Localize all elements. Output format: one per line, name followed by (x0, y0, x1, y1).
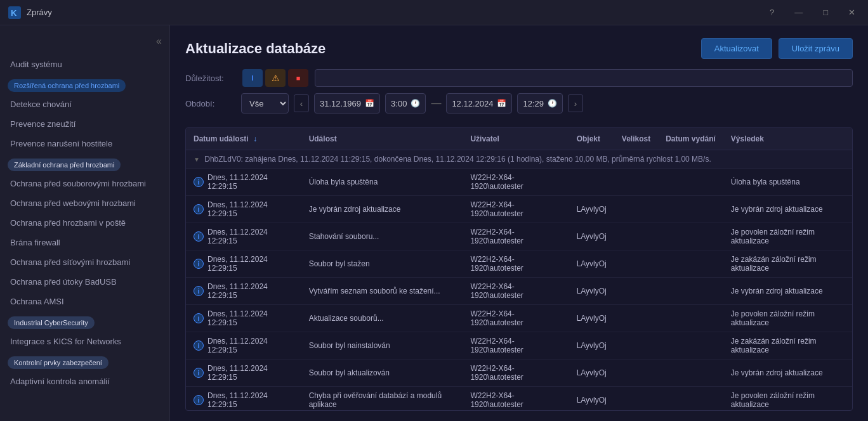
cell-result: Je vybrán zdroj aktualizace (723, 196, 852, 223)
cell-result: Úloha byla spuštěna (723, 169, 852, 196)
cell-object: LAyvlyOj (569, 196, 614, 223)
period-select[interactable]: Vše Dnes Týden Měsíc (241, 93, 289, 113)
cell-event: Vytvářím seznam souborů ke stažení... (301, 278, 463, 305)
end-date-value: 12.12.2024 (452, 99, 493, 108)
update-button[interactable]: Aktualizovat (701, 38, 772, 59)
cell-event: Soubor byl aktualizován (301, 359, 463, 387)
table-row[interactable]: i Dnes, 11.12.2024 12:29:15 Soubor byl n… (186, 332, 852, 359)
sidebar-item-prevence-hostitele[interactable]: Prevence narušení hostitele (0, 134, 169, 153)
group-row[interactable]: ▼ DhbZLdV0: zahájena Dnes, 11.12.2024 11… (186, 150, 852, 169)
sort-icon: ↓ (253, 134, 257, 143)
table-row[interactable]: i Dnes, 11.12.2024 12:29:15 Aktualizace … (186, 305, 852, 332)
table-row[interactable]: i Dnes, 11.12.2024 12:29:15 Soubor byl s… (186, 250, 852, 278)
cell-object: LAyvlyOj (569, 278, 614, 305)
error-importance-button[interactable]: ■ (288, 69, 308, 87)
cell-user: W22H2-X64-1920\autotester (463, 278, 569, 305)
cell-size (614, 278, 658, 305)
cell-result: Je zakázán záložní režim aktualizace (723, 332, 852, 359)
table-row[interactable]: i Dnes, 11.12.2024 12:29:15 Chyba při ov… (186, 387, 852, 411)
sidebar-item-integrace-kics[interactable]: Integrace s KICS for Networks (0, 332, 169, 351)
period-separator: — (431, 98, 441, 109)
period-end-date[interactable]: 12.12.2024 📅 (446, 93, 512, 113)
sidebar-item-audit[interactable]: Audit systému (0, 55, 169, 74)
sidebar-badge-kontrolni[interactable]: Kontrolní prvky zabezpečení (8, 356, 109, 369)
col-size: Velikost (614, 128, 658, 150)
start-time-value: 3:00 (391, 99, 407, 108)
calendar-icon: 📅 (365, 99, 374, 108)
cell-size (614, 332, 658, 359)
cell-result: Je povolen záložní režim aktualizace (723, 387, 852, 411)
cell-event: Stahování souboru... (301, 223, 463, 250)
sidebar-badge-ics[interactable]: Industrial CyberSecurity (8, 316, 95, 329)
col-user: Uživatel (463, 128, 569, 150)
cell-result: Je vybrán zdroj aktualizace (723, 278, 852, 305)
table-row[interactable]: i Dnes, 11.12.2024 12:29:15 Úloha byla s… (186, 169, 852, 196)
header-buttons: Aktualizovat Uložit zprávu (701, 38, 853, 59)
period-next-button[interactable]: › (568, 94, 583, 112)
importance-filter-row: Důležitost: i ⚠ ■ (185, 69, 853, 87)
cell-release-date (658, 223, 723, 250)
clock-icon: 🕐 (411, 99, 420, 108)
row-info-icon: i (194, 177, 204, 187)
cell-date: i Dnes, 11.12.2024 12:29:15 (186, 359, 301, 387)
sidebar-item-ochrana-amsi[interactable]: Ochrana AMSI (0, 292, 169, 311)
period-end-time[interactable]: 12:29 🕐 (517, 93, 563, 113)
table-row[interactable]: i Dnes, 11.12.2024 12:29:15 Je vybrán zd… (186, 196, 852, 223)
cell-size (614, 169, 658, 196)
period-start-time[interactable]: 3:00 🕐 (385, 93, 426, 113)
importance-label: Důležitost: (185, 74, 236, 83)
cell-date: i Dnes, 11.12.2024 12:29:15 (186, 332, 301, 359)
cell-size (614, 305, 658, 332)
sidebar-item-detekce[interactable]: Detekce chování (0, 94, 169, 114)
sidebar-item-ochrana-soubory[interactable]: Ochrana před souborovými hrozbami (0, 174, 169, 193)
table-row[interactable]: i Dnes, 11.12.2024 12:29:15 Vytvářím sez… (186, 278, 852, 305)
events-table-container[interactable]: Datum události ↓ Událost Uživatel Objekt (185, 127, 853, 411)
cell-release-date (658, 278, 723, 305)
help-button[interactable]: ? (765, 5, 779, 20)
cell-user: W22H2-X64-1920\autotester (463, 250, 569, 278)
sidebar-badge-zakladni[interactable]: Základní ochrana před hrozbami (8, 159, 121, 171)
maximize-button[interactable]: □ (818, 5, 833, 20)
save-report-button[interactable]: Uložit zprávu (779, 38, 853, 59)
cell-object: LAyvlyOj (569, 223, 614, 250)
cell-event: Aktualizace souborů... (301, 305, 463, 332)
period-start-date[interactable]: 31.12.1969 📅 (314, 93, 380, 113)
col-release-date: Datum vydání (658, 128, 723, 150)
sidebar-item-ochrana-site[interactable]: Ochrana před síťovými hrozbami (0, 252, 169, 272)
period-filter-row: Období: Vše Dnes Týden Měsíc ‹ 31.12.196… (185, 93, 853, 113)
cell-date: i Dnes, 11.12.2024 12:29:15 (186, 387, 301, 411)
sidebar-collapse-button[interactable]: « (154, 33, 164, 49)
sidebar-item-adaptivni[interactable]: Adaptivní kontrola anomálií (0, 372, 169, 391)
cell-size (614, 359, 658, 387)
clock-icon-2: 🕐 (548, 99, 557, 108)
period-prev-button[interactable]: ‹ (294, 94, 309, 112)
cell-result: Je povolen záložní režim aktualizace (723, 305, 852, 332)
sidebar-header: « (0, 30, 169, 55)
sidebar-item-firewall[interactable]: Brána firewall (0, 233, 169, 252)
cell-release-date (658, 169, 723, 196)
sidebar-item-prevence-zneuziti[interactable]: Prevence zneužití (0, 114, 169, 134)
col-result: Výsledek (723, 128, 852, 150)
search-input[interactable] (315, 69, 853, 87)
cell-event: Chyba při ověřování databází a modulů ap… (301, 387, 463, 411)
cell-release-date (658, 387, 723, 411)
warn-importance-button[interactable]: ⚠ (265, 69, 286, 87)
sidebar-item-ochrana-web[interactable]: Ochrana před webovými hrozbami (0, 193, 169, 213)
cell-event: Je vybrán zdroj aktualizace (301, 196, 463, 223)
minimize-button[interactable]: — (789, 5, 808, 20)
sidebar-item-ochrana-badusb[interactable]: Ochrana před útoky BadUSB (0, 272, 169, 292)
table-row[interactable]: i Dnes, 11.12.2024 12:29:15 Stahování so… (186, 223, 852, 250)
cell-object: LAyvlyOj (569, 305, 614, 332)
sidebar-badge-rozsirena[interactable]: Rozšířená ochrana před hrozbami (8, 79, 126, 92)
col-date[interactable]: Datum události ↓ (186, 128, 301, 150)
table-row[interactable]: i Dnes, 11.12.2024 12:29:15 Soubor byl a… (186, 359, 852, 387)
cell-user: W22H2-X64-1920\autotester (463, 387, 569, 411)
cell-result: Je vybrán zdroj aktualizace (723, 359, 852, 387)
cell-size (614, 196, 658, 223)
group-row-text: DhbZLdV0: zahájena Dnes, 11.12.2024 11:2… (204, 155, 711, 164)
calendar-icon-2: 📅 (497, 99, 506, 108)
sidebar-item-ochrana-posta[interactable]: Ochrana před hrozbami v poště (0, 213, 169, 233)
page-title: Aktualizace databáze (185, 41, 326, 57)
close-button[interactable]: ✕ (843, 5, 860, 20)
info-importance-button[interactable]: i (242, 69, 263, 87)
